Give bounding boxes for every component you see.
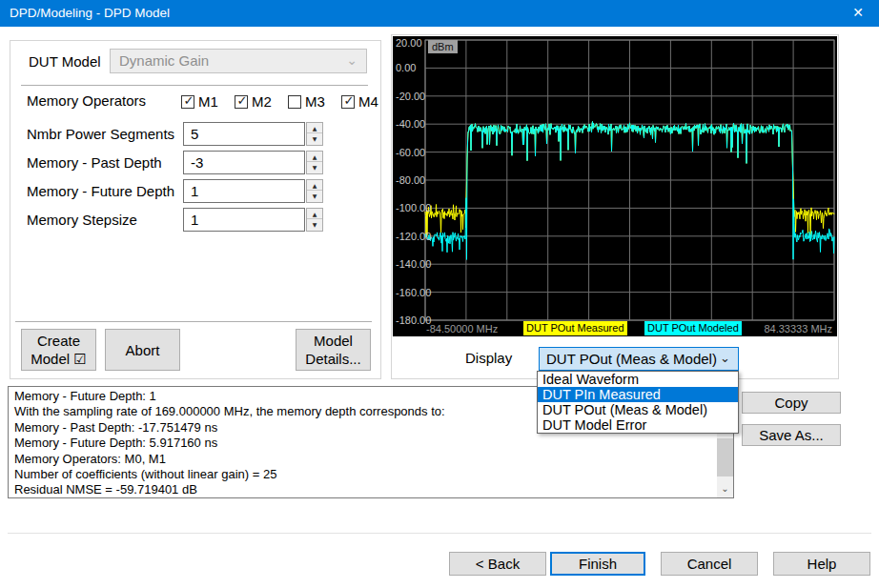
back-button[interactable]: < Back [449,552,546,576]
close-icon[interactable]: ✕ [837,0,879,27]
checkbox-m1[interactable]: ✓M1 [181,93,218,111]
dropdown-item-dut-model-error[interactable]: DUT Model Error [538,417,738,433]
spectrum-chart: dBm -84.50000 MHz 84.33333 MHz DUT POut … [393,36,837,336]
x-axis-left-label: -84.50000 MHz [426,323,498,335]
footer-separator [8,533,871,534]
y-axis-tick-label: 20.00 [396,37,426,49]
legend-measured: DUT POut Measured [523,321,627,335]
y-axis-tick-label: -60.00 [396,147,426,158]
checkbox-m2[interactable]: ✓M2 [235,93,272,111]
titlebar: DPD/Modeling - DPD Model ✕ [0,0,879,27]
y-axis-tick-label: 0.00 [396,62,426,73]
dropdown-item-dut-pin-measured[interactable]: DUT PIn Measured [538,387,738,402]
window-title: DPD/Modeling - DPD Model [10,0,170,27]
display-combobox-value: DUT POut (Meas & Model) [546,351,717,367]
y-axis-tick-label: -140.00 [396,258,426,270]
spectrum-plot [393,36,837,322]
chevron-down-icon: ⌄ [720,348,730,368]
spin-up-button[interactable]: ▲ [307,152,322,162]
spin-buttons: ▲ ▼ [306,208,323,232]
spin-up-button[interactable]: ▲ [307,180,322,191]
checkbox-box: ✓ [341,95,355,109]
chevron-down-icon: ⌄ [346,50,358,71]
copy-button[interactable]: Copy [742,392,841,414]
spin-row: Nmbr Power Segments ▲ ▼ [0,122,372,146]
spin-buttons: ▲ ▼ [306,179,323,203]
checkbox-m4[interactable]: ✓M4 [341,93,378,111]
y-axis-tick-label: -20.00 [396,91,426,102]
memory-stepsize-label: Memory Stepsize [27,212,137,228]
dut-model-combobox: Dynamic Gain ⌄ [110,49,367,73]
check-icon: ✓ [182,93,195,108]
y-axis-tick-label: -40.00 [396,118,426,130]
dut-model-value: Dynamic Gain [119,52,209,69]
display-label: Display [465,350,512,366]
checkbox-label: M2 [252,93,272,110]
checkbox-m3[interactable]: ✓M3 [288,93,325,111]
spin-down-button[interactable]: ▼ [307,162,322,172]
finish-button[interactable]: Finish [550,552,645,576]
display-dropdown-list: Ideal Waveform DUT PIn Measured DUT POut… [537,371,739,434]
spin-down-button[interactable]: ▼ [307,191,322,201]
dropdown-item-dut-pout-meas-model[interactable]: DUT POut (Meas & Model) [538,402,738,417]
checkbox-label: M1 [198,93,218,110]
checkbox-box: ✓ [288,95,301,109]
dropdown-item-ideal-waveform[interactable]: Ideal Waveform [538,372,738,387]
abort-button[interactable]: Abort [105,329,180,371]
spin-down-button[interactable]: ▼ [307,219,322,230]
create-model-button[interactable]: Create Model ☑ [21,329,96,371]
dut-model-label: DUT Model [29,53,101,70]
memory-future-depth-label: Memory - Future Depth [27,183,174,199]
checkbox-box: ✓ [235,95,248,109]
nmbr-power-segments-input[interactable] [183,122,305,146]
spin-up-button[interactable]: ▲ [307,123,322,133]
check-icon: ✓ [342,93,356,108]
y-axis-tick-label: -160.00 [396,287,426,298]
x-axis-right-label: 84.33333 MHz [764,323,832,335]
y-axis-tick-label: -80.00 [396,174,426,186]
spin-row: Memory - Past Depth ▲ ▼ [0,151,372,174]
model-details-button[interactable]: Model Details... [296,329,371,371]
checkbox-label: M3 [305,93,325,110]
spin-down-button[interactable]: ▼ [307,133,322,144]
help-button[interactable]: Help [773,552,870,576]
spin-up-button[interactable]: ▲ [307,209,322,219]
scrollbar-thumb[interactable] [717,438,733,476]
y-axis-tick-label: -120.00 [396,231,426,242]
memory-past-depth-label: Memory - Past Depth [27,154,162,171]
memory-operators-label: Memory Operators [27,92,146,109]
memory-future-depth-input[interactable] [183,179,305,203]
y-axis-tick-label: -180.00 [396,314,426,326]
spin-row: Memory - Future Depth ▲ ▼ [0,179,372,203]
y-unit-badge: dBm [428,40,458,53]
memory-stepsize-input[interactable] [183,208,305,232]
cancel-button[interactable]: Cancel [661,552,758,576]
legend-modeled: DUT POut Modeled [644,321,742,335]
scroll-down-icon[interactable]: ⌄ [717,481,733,497]
nmbr-power-segments-label: Nmbr Power Segments [27,126,174,142]
memory-past-depth-input[interactable] [183,151,305,174]
separator [15,321,372,323]
display-combobox[interactable]: DUT POut (Meas & Model) ⌄ [539,347,739,371]
spin-row: Memory Stepsize ▲ ▼ [0,208,372,232]
spin-buttons: ▲ ▼ [306,151,323,174]
check-icon: ✓ [235,93,249,108]
spin-buttons: ▲ ▼ [306,122,323,146]
save-as-button[interactable]: Save As... [742,424,841,446]
checkbox-box: ✓ [181,95,194,109]
separator [21,85,368,87]
checkbox-label: M4 [358,93,378,110]
y-axis-tick-label: -100.00 [396,202,426,213]
